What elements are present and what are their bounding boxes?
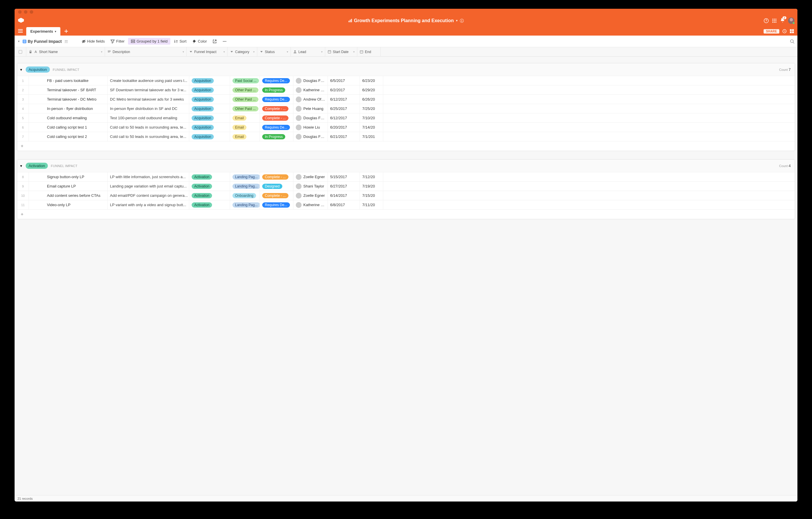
column-header-category[interactable]: Category▾: [228, 47, 257, 56]
cell-category[interactable]: Email: [230, 132, 260, 141]
cell-category[interactable]: Other Paid ...: [230, 104, 260, 113]
more-button[interactable]: [220, 38, 229, 44]
group-header[interactable]: ▼ Acquisition FUNNEL IMPACT Count 7: [17, 63, 795, 76]
cell-funnel-impact[interactable]: Activation: [189, 191, 230, 200]
cell-status[interactable]: Complete - ...: [260, 172, 293, 181]
group-button[interactable]: Grouped by 1 field: [128, 38, 170, 44]
cell-category[interactable]: Onboarding: [230, 191, 260, 200]
cell-start-date[interactable]: 6/2/2017: [328, 85, 360, 94]
cell-category[interactable]: Landing Pag...: [230, 172, 260, 181]
cell-description[interactable]: Add email/PDF content campaign on genera…: [108, 191, 189, 200]
group-collapse-toggle[interactable]: ▼: [20, 68, 23, 71]
cell-end-date[interactable]: 7/15/20: [360, 191, 383, 200]
cell-funnel-impact[interactable]: Acquisition: [189, 132, 230, 141]
cell-status[interactable]: Complete - ...: [260, 191, 293, 200]
hamburger-menu[interactable]: [16, 27, 25, 35]
cell-status[interactable]: Requires De...: [260, 123, 293, 132]
help-icon[interactable]: [763, 18, 769, 23]
user-avatar[interactable]: [788, 18, 794, 24]
traffic-light-minimize[interactable]: [24, 10, 27, 14]
cell-start-date[interactable]: 6/25/2017: [328, 104, 360, 113]
cell-description[interactable]: LP variant with only a video and signup …: [108, 200, 189, 209]
group-header[interactable]: ▼ Activation FUNNEL IMPACT Count 4: [17, 159, 795, 172]
row-number[interactable]: 5: [17, 114, 29, 122]
cell-lead[interactable]: Andrew Ofstad: [293, 95, 328, 104]
cell-status[interactable]: In Progress: [260, 85, 293, 94]
traffic-light-zoom[interactable]: [30, 10, 33, 14]
blocks-icon[interactable]: [789, 29, 794, 34]
add-record-button[interactable]: +: [17, 142, 795, 151]
cell-lead[interactable]: Douglas Forst: [293, 114, 328, 122]
cell-end-date[interactable]: 7/25/20: [360, 104, 383, 113]
cell-end-date[interactable]: 6/23/20: [360, 76, 383, 85]
cell-end-date[interactable]: 7/10/20: [360, 114, 383, 122]
cell-short-name[interactable]: Signup button-only LP: [29, 172, 108, 181]
grid-viewport[interactable]: Short Name▾ Description▾ Funnel Impact▾ …: [14, 47, 798, 260]
cell-short-name[interactable]: In-person - flyer distribution: [29, 104, 108, 113]
record-row[interactable]: 1 FB - paid users lookalike Create looka…: [17, 76, 795, 85]
info-icon[interactable]: [460, 19, 464, 23]
cell-funnel-impact[interactable]: Acquisition: [189, 104, 230, 113]
row-number[interactable]: 8: [17, 172, 29, 181]
cell-description[interactable]: Cold call to 50 leads in surrounding are…: [108, 132, 189, 141]
record-row[interactable]: 7 Cold calling script test 2 Cold call t…: [17, 132, 795, 142]
cell-description[interactable]: In-person flyer distribution in SF and D…: [108, 104, 189, 113]
column-header-short-name[interactable]: Short Name▾: [26, 47, 105, 56]
record-row[interactable]: 5 Cold outbound emailing Test 100-person…: [17, 114, 795, 123]
record-row[interactable]: 9 Email capture LP Landing page variatio…: [17, 182, 795, 191]
cell-end-date[interactable]: 7/19/20: [360, 182, 383, 191]
row-number[interactable]: 10: [17, 191, 29, 200]
cell-category[interactable]: Landing Pag...: [230, 182, 260, 191]
row-number[interactable]: 2: [17, 85, 29, 94]
cell-start-date[interactable]: 5/15/2017: [328, 172, 360, 181]
cell-end-date[interactable]: 6/26/20: [360, 95, 383, 104]
record-row[interactable]: 10 Add content series before CTAs Add em…: [17, 191, 795, 200]
cell-lead[interactable]: Zoelle Egner: [293, 191, 328, 200]
cell-funnel-impact[interactable]: Activation: [189, 172, 230, 181]
cell-funnel-impact[interactable]: Acquisition: [189, 76, 230, 85]
cell-funnel-impact[interactable]: Acquisition: [189, 123, 230, 132]
cell-lead[interactable]: Pete Huang: [293, 104, 328, 113]
column-header-funnel-impact[interactable]: Funnel Impact▾: [187, 47, 228, 56]
cell-start-date[interactable]: 6/27/2017: [328, 182, 360, 191]
base-title[interactable]: Growth Experiments Planning and Executio…: [348, 18, 464, 23]
cell-category[interactable]: Email: [230, 114, 260, 122]
cell-lead[interactable]: Douglas Forst: [293, 132, 328, 141]
cell-end-date[interactable]: 7/12/20: [360, 172, 383, 181]
collaborators-icon[interactable]: [64, 39, 68, 43]
cell-funnel-impact[interactable]: Activation: [189, 200, 230, 209]
select-all-checkbox[interactable]: [14, 47, 26, 56]
cell-description[interactable]: Cold call to 50 leads in surrounding are…: [108, 123, 189, 132]
record-row[interactable]: 3 Terminal takeover - DC Metro DC Metro …: [17, 95, 795, 104]
cell-category[interactable]: Paid Social ...: [230, 76, 260, 85]
cell-lead[interactable]: Zoelle Egner: [293, 172, 328, 181]
cell-short-name[interactable]: Cold outbound emailing: [29, 114, 108, 122]
cell-status[interactable]: Requires De...: [260, 76, 293, 85]
cell-category[interactable]: Email: [230, 123, 260, 132]
row-number[interactable]: 1: [17, 76, 29, 85]
cell-description[interactable]: Create lookalike audience using paid use…: [108, 76, 189, 85]
column-header-description[interactable]: Description▾: [105, 47, 187, 56]
cell-description[interactable]: DC Metro terminal takeover ads for 3 wee…: [108, 95, 189, 104]
row-number[interactable]: 4: [17, 104, 29, 113]
traffic-light-close[interactable]: [18, 10, 22, 14]
share-button[interactable]: SHARE: [763, 29, 779, 33]
row-number[interactable]: 11: [17, 200, 29, 209]
record-row[interactable]: 2 Terminal takeover - SF BART SF Downtow…: [17, 85, 795, 95]
add-table-button[interactable]: [63, 28, 70, 35]
cell-status[interactable]: Requires De...: [260, 200, 293, 209]
row-number[interactable]: 9: [17, 182, 29, 191]
cell-short-name[interactable]: Add content series before CTAs: [29, 191, 108, 200]
record-row[interactable]: 8 Signup button-only LP LP with little i…: [17, 172, 795, 182]
record-row[interactable]: 11 Video-only LP LP variant with only a …: [17, 200, 795, 210]
color-button[interactable]: Color: [190, 38, 209, 44]
cell-end-date[interactable]: 7/11/20: [360, 200, 383, 209]
column-header-status[interactable]: Status▾: [257, 47, 291, 56]
cell-short-name[interactable]: Terminal takeover - SF BART: [29, 85, 108, 94]
cell-short-name[interactable]: Cold calling script test 2: [29, 132, 108, 141]
cell-status[interactable]: Requires De...: [260, 95, 293, 104]
cell-start-date[interactable]: 6/14/2017: [328, 191, 360, 200]
share-view-button[interactable]: [210, 38, 219, 44]
cell-lead[interactable]: Shani Taylor: [293, 182, 328, 191]
history-icon[interactable]: [782, 29, 787, 34]
